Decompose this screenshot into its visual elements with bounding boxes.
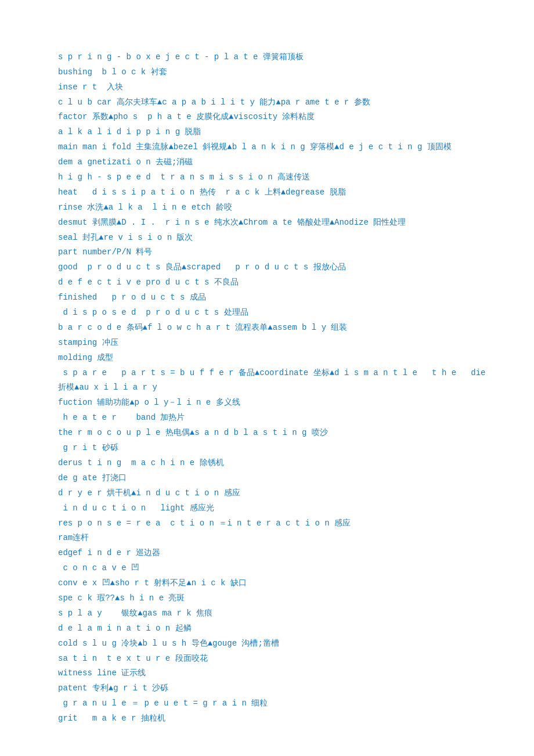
text-line: inse r t 入块: [58, 80, 488, 95]
text-line: good p r o d u c t s 良品▲scraped p r o d …: [58, 260, 488, 275]
text-line: d e l a m i n a t i o n 起鳞: [58, 621, 488, 636]
text-line: heat d i s s i p a t i o n 热传 r a c k 上料…: [58, 185, 488, 200]
text-line: spe c k 瑕??▲s h i n e 亮斑: [58, 591, 488, 606]
text-line: dem a gnetizati o n 去磁;消磁: [58, 155, 488, 170]
main-content: s p r i n g - b o x e j e c t - p l a t …: [58, 35, 488, 726]
text-line: sa t i n t e x t u r e 段面咬花: [58, 651, 488, 667]
text-line: b a r c o d e 条码▲f l o w c h a r t 流程表单▲…: [58, 321, 488, 336]
text-line: g r i t 砂砾: [58, 441, 488, 456]
text-line: grit m a k e r 抽粒机: [58, 711, 488, 726]
text-line: part number/P/N 料号: [58, 245, 488, 260]
text-line: d r y e r 烘干机▲i n d u c t i o n 感应: [58, 486, 488, 501]
text-line: stamping 冲压: [58, 336, 488, 351]
text-line: seal 封孔▲re v i s i o n 版次: [58, 231, 488, 246]
text-line: res p o n s e = r e a c t i o n ＝i n t e…: [58, 516, 488, 531]
text-line: the r m o c o u p l e 热电偶▲s a n d b l a …: [58, 426, 488, 441]
text-line: witness line 证示线: [58, 666, 488, 681]
text-line: i n d u c t i o n light 感应光: [58, 501, 488, 516]
text-line: s p a r e p a r t s = b u f f e r 备品▲coo…: [58, 366, 488, 396]
text-line: patent 专利▲g r i t 沙砾: [58, 681, 488, 696]
text-line: desmut 剥黑膜▲D . I . r i n s e 纯水次▲Chrom a…: [58, 215, 488, 231]
text-line: edgef i n d e r 巡边器: [58, 546, 488, 561]
text-line: de g ate 打浇口: [58, 471, 488, 486]
text-line: conv e x 凹▲sho r t 射料不足▲n i c k 缺口: [58, 576, 488, 591]
text-line: fuction 辅助功能▲p o l y－l i n e 多义线: [58, 395, 488, 411]
text-line: molding 成型: [58, 351, 488, 366]
text-line: h i g h - s p e e d t r a n s m i s s i …: [58, 170, 488, 185]
text-line: h e a t e r band 加热片: [58, 411, 488, 426]
text-line: d i s p o s e d p r o d u c t s 处理品: [58, 305, 488, 321]
text-line: s p r i n g - b o x e j e c t - p l a t …: [58, 50, 488, 65]
text-line: finished p r o d u c t s 成品: [58, 290, 488, 305]
text-line: ram连杆: [58, 531, 488, 546]
text-line: main man i fold 主集流脉▲bezel 斜视规▲b l a n k…: [58, 140, 488, 155]
text-line: s p l a y 银纹▲gas ma r k 焦痕: [58, 606, 488, 621]
text-line: derus t i n g m a c h i n e 除锈机: [58, 456, 488, 471]
text-line: cold s l u g 冷块▲b l u s h 导色▲gouge 沟槽;凿槽: [58, 636, 488, 651]
text-line: d e f e c t i v e pro d u c t s 不良品: [58, 275, 488, 290]
text-line: a l k a l i d i p p i n g 脱脂: [58, 125, 488, 140]
text-line: g r a n u l e ＝ p e u e t = g r a i n 细粒: [58, 696, 488, 711]
text-line: c l u b car 高尔夫球车▲c a p a b i l i t y 能力…: [58, 95, 488, 110]
text-line: c o n c a v e 凹: [58, 561, 488, 576]
text-line: rinse 水洗▲a l k a l i n e etch 龄咬: [58, 200, 488, 215]
text-line: bushing b l o c k 衬套: [58, 65, 488, 80]
text-line: factor 系数▲pho s p h a t e 皮膜化成▲viscosity…: [58, 110, 488, 125]
